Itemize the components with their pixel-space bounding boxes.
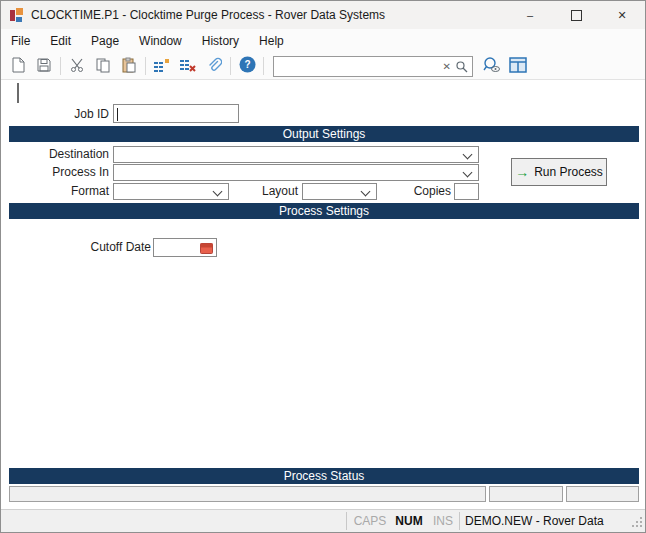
minimize-icon: –: [527, 9, 533, 21]
menu-item-file[interactable]: File: [1, 29, 40, 53]
format-label: Format: [9, 183, 109, 200]
caps-indicator: CAPS: [351, 510, 389, 532]
toolbar-separator: [263, 57, 264, 75]
minimize-button[interactable]: –: [507, 1, 553, 29]
section-header-process-settings: Process Settings: [9, 203, 639, 219]
run-process-label: Run Process: [534, 165, 603, 179]
search-eye-icon: [482, 56, 502, 77]
job-id-input[interactable]: [113, 104, 239, 123]
menu-item-edit[interactable]: Edit: [40, 29, 81, 53]
layout-view-icon: [509, 57, 527, 76]
attachment-button[interactable]: [201, 54, 227, 78]
toolbar-separator: [145, 57, 146, 75]
paste-icon: [121, 57, 137, 76]
close-button[interactable]: ✕: [599, 1, 645, 29]
resize-grip[interactable]: [632, 516, 643, 530]
process-in-select[interactable]: [113, 164, 479, 181]
toolbar-separator: [60, 57, 61, 75]
chevron-down-icon: [361, 187, 371, 197]
delete-rows-icon: [179, 57, 197, 76]
menubar: File Edit Page Window History Help: [1, 29, 645, 53]
attachment-icon: [206, 57, 222, 76]
titlebar: CLOCKTIME.P1 - Clocktime Purge Process -…: [1, 1, 645, 29]
statusbar-separator: [346, 512, 347, 530]
process-status-field-1: [9, 486, 486, 502]
help-button[interactable]: ?: [234, 54, 260, 78]
layout-select[interactable]: [302, 183, 377, 200]
app-window: CLOCKTIME.P1 - Clocktime Purge Process -…: [0, 0, 646, 533]
copy-icon: [95, 57, 111, 76]
app-logo-icon: [9, 7, 25, 23]
job-id-label: Job ID: [9, 106, 109, 123]
menu-item-help[interactable]: Help: [249, 29, 294, 53]
delete-rows-button[interactable]: [175, 54, 201, 78]
statusbar: CAPS NUM INS DEMO.NEW - Rover Data Syste…: [1, 509, 645, 532]
save-button[interactable]: [31, 54, 57, 78]
chevron-down-icon: [463, 150, 473, 160]
copies-input[interactable]: [454, 183, 479, 200]
section-header-process-status: Process Status: [9, 468, 639, 484]
copies-label: Copies: [381, 183, 451, 200]
process-status-field-3: [566, 486, 639, 502]
clear-search-icon[interactable]: ✕: [443, 59, 451, 74]
layout-view-button[interactable]: [505, 54, 531, 78]
svg-text:?: ?: [244, 59, 250, 70]
format-select[interactable]: [113, 183, 229, 200]
toolbar: ? ✕: [1, 53, 645, 80]
text-caret: [117, 108, 118, 121]
destination-label: Destination: [9, 146, 109, 163]
ins-indicator: INS: [429, 510, 457, 532]
maximize-button[interactable]: [553, 1, 599, 29]
help-icon: ?: [239, 56, 256, 76]
calendar-icon[interactable]: [200, 242, 213, 258]
toolbar-separator: [230, 57, 231, 75]
chevron-down-icon: [463, 168, 473, 178]
cut-button[interactable]: [64, 54, 90, 78]
section-header-output-settings: Output Settings: [9, 126, 639, 142]
new-document-icon: [10, 57, 26, 76]
window-title: CLOCKTIME.P1 - Clocktime Purge Process -…: [31, 1, 385, 29]
process-in-label: Process In: [9, 164, 109, 181]
cutoff-date-input[interactable]: [153, 238, 217, 257]
chevron-down-icon: [213, 187, 223, 197]
new-button[interactable]: [5, 54, 31, 78]
search-icon[interactable]: [455, 60, 468, 76]
process-status-field-2: [489, 486, 563, 502]
copy-button[interactable]: [90, 54, 116, 78]
text-cursor: [17, 83, 19, 103]
close-icon: ✕: [617, 9, 626, 21]
run-process-button[interactable]: → Run Process: [511, 158, 607, 186]
advanced-search-button[interactable]: [479, 54, 505, 78]
paste-button[interactable]: [116, 54, 142, 78]
destination-select[interactable]: [113, 146, 479, 163]
search-box: ✕: [273, 56, 473, 77]
menu-item-page[interactable]: Page: [81, 29, 129, 53]
save-icon: [36, 57, 52, 76]
menu-item-window[interactable]: Window: [129, 29, 192, 53]
statusbar-separator: [459, 512, 460, 530]
layout-label: Layout: [231, 183, 298, 200]
cutoff-date-label: Cutoff Date: [9, 239, 151, 256]
num-indicator: NUM: [391, 510, 427, 532]
insert-rows-button[interactable]: [149, 54, 175, 78]
insert-rows-icon: [153, 57, 171, 76]
menu-item-history[interactable]: History: [192, 29, 249, 53]
session-info: DEMO.NEW - Rover Data Systems: [465, 510, 631, 532]
run-arrow-icon: →: [515, 165, 529, 179]
maximize-icon: [571, 10, 582, 21]
cut-icon: [69, 57, 85, 76]
